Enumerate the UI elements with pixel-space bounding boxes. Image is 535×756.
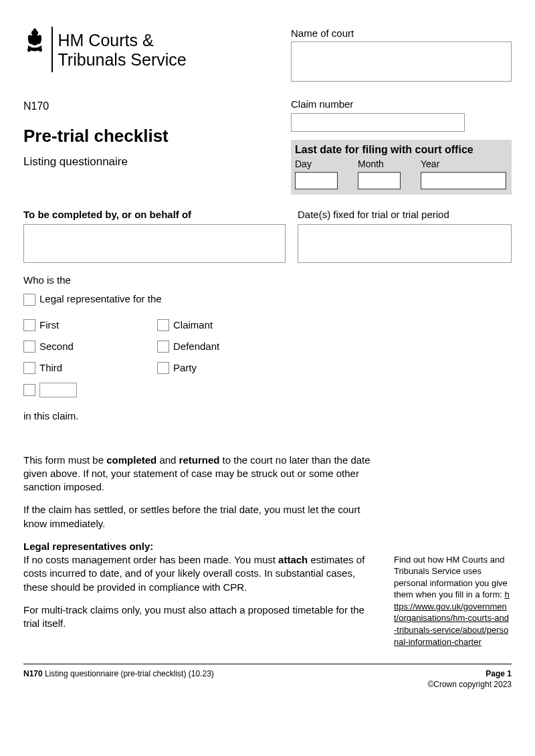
form-code: N170 — [23, 99, 264, 114]
legal-rep-label: Legal representative for the — [39, 292, 162, 306]
third-checkbox[interactable] — [23, 362, 35, 374]
name-of-court-label: Name of court — [291, 27, 512, 40]
instruction-para-2: If the claim has settled, or settles bef… — [23, 503, 381, 531]
logo-divider — [51, 27, 53, 72]
party-checkbox[interactable] — [157, 362, 169, 374]
logo-block: HM Courts & Tribunals Service — [23, 27, 264, 72]
defendant-label: Defendant — [173, 340, 219, 353]
claim-number-label: Claim number — [291, 98, 512, 111]
service-name-line2: Tribunals Service — [58, 50, 187, 69]
privacy-text: Find out how HM Courts and Tribunals Ser… — [394, 555, 508, 600]
service-name: HM Courts & Tribunals Service — [58, 27, 187, 70]
third-label: Third — [39, 361, 62, 375]
instruction-para-3: Legal representatives only: If no costs … — [23, 540, 381, 594]
legal-rep-checkbox[interactable] — [23, 294, 35, 306]
year-input[interactable] — [421, 172, 506, 189]
first-label: First — [39, 318, 59, 332]
svg-point-5 — [39, 48, 42, 52]
other-checkbox[interactable] — [23, 384, 35, 396]
month-label: Month — [358, 158, 401, 171]
royal-crest-icon — [23, 27, 46, 56]
name-of-court-input[interactable] — [291, 41, 512, 82]
page-footer: N170 Listing questionnaire (pre-trial ch… — [23, 664, 512, 690]
completed-by-input[interactable] — [23, 224, 286, 263]
second-label: Second — [39, 340, 74, 353]
form-title: Pre-trial checklist — [23, 124, 264, 148]
trial-dates-group: Date(s) fixed for trial or trial period — [298, 208, 512, 263]
footer-right: Page 1 ©Crown copyright 2023 — [427, 668, 512, 690]
month-input[interactable] — [358, 172, 401, 189]
defendant-checkbox[interactable] — [157, 341, 169, 353]
instruction-para-4: For multi-track claims only, you must al… — [23, 603, 381, 631]
service-name-line1: HM Courts & — [58, 31, 154, 50]
claimant-checkbox[interactable] — [157, 319, 169, 331]
day-input[interactable] — [295, 172, 338, 189]
trial-dates-label: Date(s) fixed for trial or trial period — [298, 208, 512, 221]
instructions-body: This form must be completed and returned… — [23, 454, 381, 648]
day-label: Day — [295, 158, 338, 171]
instruction-para-1: This form must be completed and returned… — [23, 454, 381, 494]
filing-deadline-box: Last date for filing with court office D… — [291, 140, 512, 195]
first-checkbox[interactable] — [23, 319, 35, 331]
who-intro: Who is the — [23, 274, 512, 287]
copyright: ©Crown copyright 2023 — [427, 679, 512, 690]
completed-by-label: To be completed by, or on behalf of — [23, 208, 286, 221]
other-input[interactable] — [39, 383, 77, 397]
header-left: HM Courts & Tribunals Service N170 Pre-t… — [23, 27, 264, 195]
year-label: Year — [421, 158, 506, 171]
svg-point-3 — [30, 34, 39, 45]
trial-dates-input[interactable] — [298, 224, 512, 263]
svg-rect-2 — [33, 29, 36, 31]
in-this-claim: in this claim. — [23, 409, 512, 423]
claimant-label: Claimant — [173, 318, 213, 332]
claim-number-input[interactable] — [291, 113, 465, 132]
form-subtitle: Listing questionnaire — [23, 155, 264, 170]
who-section: Who is the Legal representative for the … — [23, 274, 512, 423]
page-number: Page 1 — [427, 668, 512, 679]
second-checkbox[interactable] — [23, 341, 35, 353]
completed-by-group: To be completed by, or on behalf of — [23, 208, 286, 263]
filing-deadline-title: Last date for filing with court office — [295, 143, 508, 157]
footer-left: N170 Listing questionnaire (pre-trial ch… — [23, 668, 214, 690]
privacy-notice: Find out how HM Courts and Tribunals Ser… — [394, 454, 512, 648]
header-right-fields: Name of court Claim number Last date for… — [291, 27, 512, 195]
svg-point-4 — [27, 48, 31, 52]
party-label: Party — [173, 361, 197, 375]
